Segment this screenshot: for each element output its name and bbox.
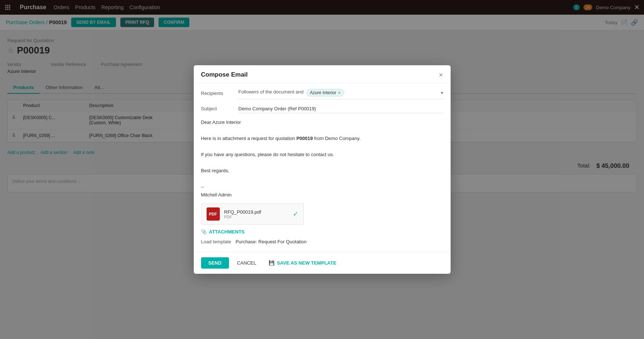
save-as-new-template-button[interactable]: 💾 SAVE AS NEW TEMPLATE (264, 257, 341, 269)
body-separator: -- (201, 183, 443, 191)
recipient-tag-azure[interactable]: Azure Interior ✕ (306, 89, 344, 96)
body-greeting: Dear Azure Interior (201, 118, 443, 126)
modal-overlay: Compose Email × Recipients Followers of … (0, 0, 644, 339)
attachment-info: RFQ_P00019.pdf PDF (224, 209, 288, 219)
body-questions: If you have any questions, please do not… (201, 151, 443, 159)
recipients-wrapper: Followers of the document and Azure Inte… (239, 89, 443, 99)
save-template-label: SAVE AS NEW TEMPLATE (277, 260, 336, 266)
attachments-link[interactable]: 📎 ATTACHMENTS (201, 229, 443, 235)
load-template-row: Load template Purchase: Request For Quot… (201, 239, 443, 244)
attachment-type: PDF (224, 215, 288, 219)
body-sender: Mitchell Admin (201, 191, 443, 199)
modal-title: Compose Email (201, 71, 248, 78)
save-template-icon: 💾 (269, 260, 274, 266)
recipients-field: Followers of the document and Azure Inte… (239, 89, 443, 99)
modal-footer: SEND CANCEL 💾 SAVE AS NEW TEMPLATE (194, 252, 451, 274)
attachment-check-icon: ✓ (293, 210, 298, 218)
attachment-box[interactable]: PDF RFQ_P00019.pdf PDF ✓ (201, 203, 304, 225)
load-template-value[interactable]: Purchase: Request For Quotation (236, 239, 307, 244)
subject-field (239, 104, 443, 113)
body-main: Here is in attachment a request for quot… (201, 135, 443, 143)
attachments-link-label[interactable]: ATTACHMENTS (209, 229, 245, 235)
recipients-dropdown-arrow[interactable]: ▾ (441, 90, 443, 96)
recipients-row: Recipients Followers of the document and… (201, 89, 443, 99)
recipient-remove-icon[interactable]: ✕ (338, 91, 341, 95)
subject-row: Subject (201, 104, 443, 113)
subject-input[interactable] (239, 104, 443, 113)
attachment-name: RFQ_P00019.pdf (224, 209, 288, 215)
load-template-label: Load template (201, 239, 231, 244)
recipients-label: Recipients (201, 89, 234, 96)
send-button[interactable]: SEND (201, 257, 229, 269)
cancel-button[interactable]: CANCEL (233, 257, 261, 269)
body-regards: Best regards, (201, 167, 443, 175)
recipient-tag-label: Azure Interior (310, 90, 336, 95)
modal-body: Recipients Followers of the document and… (194, 83, 451, 252)
recipients-static-text: Followers of the document and (239, 89, 304, 95)
subject-label: Subject (201, 104, 234, 111)
email-body: Dear Azure Interior Here is in attachmen… (201, 118, 443, 199)
pdf-icon: PDF (207, 207, 220, 221)
modal-header: Compose Email × (194, 65, 451, 83)
modal-close-button[interactable]: × (439, 71, 443, 78)
compose-email-modal: Compose Email × Recipients Followers of … (194, 65, 451, 274)
paperclip-icon: 📎 (201, 229, 207, 235)
